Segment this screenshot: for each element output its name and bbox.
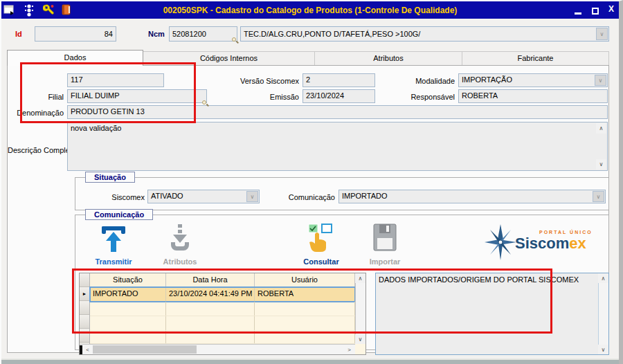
atributos-button: Atributos	[151, 223, 209, 266]
ncm-lookup-magnifier-icon[interactable]	[232, 37, 238, 44]
cell-situacao: IMPORTADO	[90, 287, 166, 302]
transmitir-button[interactable]: Transmitir	[84, 223, 143, 266]
filial-lookup-magnifier-icon[interactable]	[202, 100, 208, 107]
siscomex-text: Siscomex	[515, 235, 586, 253]
table-scroll-up-icon[interactable]: ∧	[355, 273, 365, 283]
situacao-comunicacao-label: Comunicação	[280, 193, 335, 201]
filial-label: Filial	[8, 93, 64, 101]
ncm-description-value: TEC.D/ALG.CRU,PONTO D/TAFETÁ,PESO >100G/	[244, 30, 420, 38]
log-scroll-up-icon[interactable]: ∧	[598, 273, 608, 283]
tab-dados[interactable]: Dados	[7, 50, 143, 66]
responsavel-field[interactable]: ROBERTA	[458, 89, 608, 103]
tab-atributos[interactable]: Atributos	[315, 51, 462, 66]
table-vscrollbar[interactable]	[355, 273, 365, 344]
responsavel-label: Responsável	[399, 93, 455, 101]
situacao-siscomex-combo[interactable]: ATIVADO ∨	[147, 190, 260, 203]
log-vscrollbar[interactable]	[598, 273, 608, 354]
col-header-situacao[interactable]: Situação	[90, 273, 166, 286]
situacao-siscomex-dropdown-icon: ∨	[246, 191, 258, 202]
cell-usuario: ROBERTA	[255, 287, 355, 302]
modalidade-dropdown-icon: ∨	[595, 75, 606, 86]
consultar-button[interactable]: Consultar	[292, 223, 350, 266]
situacao-siscomex-value: ATIVADO	[151, 192, 183, 200]
importar-floppy-icon	[371, 223, 399, 253]
table-hscroll-thumb[interactable]	[93, 345, 197, 354]
title-bar: 002050SPK - Cadastro do Catalogo de Prod…	[1, 1, 619, 19]
table-row-empty	[90, 331, 355, 344]
denominacao-field[interactable]: PRODUTO GETIN 13	[67, 105, 608, 119]
tab-codigos-internos[interactable]: Códigos Internos	[143, 51, 315, 66]
denominacao-label: Denominação	[8, 109, 64, 117]
application-window: 002050SPK - Cadastro do Catalogo de Prod…	[0, 0, 623, 364]
atributos-download-icon	[166, 223, 194, 253]
transmitir-upload-icon	[100, 223, 127, 253]
emissao-label: Emissão	[244, 93, 299, 101]
consultar-hand-icon	[307, 223, 335, 253]
descricao-completa-textarea[interactable]: nova validação ∧ ∨	[67, 122, 608, 171]
situacao-comunicacao-value: IMPORTADO	[342, 192, 388, 200]
table-scroll-right-icon[interactable]: >	[345, 345, 354, 354]
versao-siscomex-field[interactable]: 2	[303, 73, 375, 87]
modalidade-label: Modalidade	[399, 77, 455, 85]
window-title: 002050SPK - Cadastro do Catalogo de Prod…	[1, 6, 619, 15]
situacao-group-legend: Situação	[85, 172, 135, 183]
table-header-row: Situação Data Hora Usuário	[90, 273, 355, 287]
descricao-scroll-down-icon[interactable]: ∨	[596, 159, 606, 170]
modalidade-combo[interactable]: IMPORTAÇÃO ∨	[458, 73, 608, 87]
import-log-panel[interactable]: DADOS IMPORTADOS/ORIGEM DO PORTAL SISCOM…	[375, 273, 609, 355]
descricao-scroll-up-icon[interactable]: ∧	[596, 123, 606, 134]
siscomex-compass-icon	[485, 224, 516, 260]
id-label: Id	[15, 30, 22, 38]
situacao-comunicacao-dropdown-icon: ∨	[593, 191, 604, 202]
importar-button: Importar	[356, 223, 414, 266]
versao-siscomex-label: Versão Siscomex	[237, 77, 299, 85]
log-scroll-down-icon[interactable]: ∨	[598, 345, 608, 354]
table-row[interactable]: IMPORTADO 23/10/2024 04:41:49 PM ROBERTA	[90, 287, 355, 302]
table-hsplit-handle[interactable]	[80, 345, 82, 354]
close-button[interactable]: X	[605, 4, 617, 14]
cod-siscomex-field[interactable]: 117	[67, 73, 164, 87]
comunicacao-group-legend: Comunicação	[85, 209, 153, 220]
ncm-description-combo[interactable]: TEC.D/ALG.CRU,PONTO D/TAFETÁ,PESO >100G/…	[240, 26, 609, 42]
window-bottom-edge	[1, 358, 623, 364]
descricao-completa-label: Descrição Completa	[8, 146, 76, 154]
table-row-empty	[90, 302, 355, 316]
portal-unico-text: PORTAL ÚNICO	[539, 230, 593, 235]
import-log-text: DADOS IMPORTADOS/ORIGEM DO PORTAL SISCOM…	[379, 275, 595, 284]
situacao-comunicacao-combo[interactable]: IMPORTADO ∨	[338, 190, 606, 203]
table-row-empty	[90, 316, 355, 331]
situacao-group: Situação Siscomex ATIVADO ∨ Comunicação …	[75, 177, 609, 210]
emissao-field[interactable]: 23/10/2024	[303, 89, 375, 103]
modalidade-value: IMPORTAÇÃO	[462, 75, 512, 84]
siscomex-logo: PORTAL ÚNICO Siscomex	[485, 224, 606, 260]
row-selector-column: ►	[80, 273, 90, 344]
id-field[interactable]: 84	[35, 26, 116, 42]
col-header-data-hora[interactable]: Data Hora	[166, 273, 255, 286]
table-hscrollbar[interactable]: < >	[80, 344, 355, 354]
table-scroll-down-icon[interactable]: ∨	[355, 334, 365, 344]
ncm-description-dropdown-icon: ∨	[596, 28, 608, 40]
current-row-pointer-icon: ►	[80, 287, 89, 301]
filial-field[interactable]: FILIAL DUIMP	[67, 89, 207, 103]
table-scroll-left-icon[interactable]: <	[83, 345, 92, 354]
situacao-log-table: ► Situação Data Hora Usuário IMPORTADO 2…	[79, 273, 366, 355]
situacao-siscomex-label: Siscomex	[89, 193, 145, 201]
tab-fabricante[interactable]: Fabricante	[462, 51, 609, 66]
ncm-label: Ncm	[148, 30, 165, 38]
descricao-completa-value: nova validação	[71, 124, 121, 132]
col-header-usuario[interactable]: Usuário	[255, 273, 355, 286]
cell-data-hora: 23/10/2024 04:41:49 PM	[166, 287, 255, 302]
ncm-field[interactable]: 52081200	[169, 26, 237, 42]
